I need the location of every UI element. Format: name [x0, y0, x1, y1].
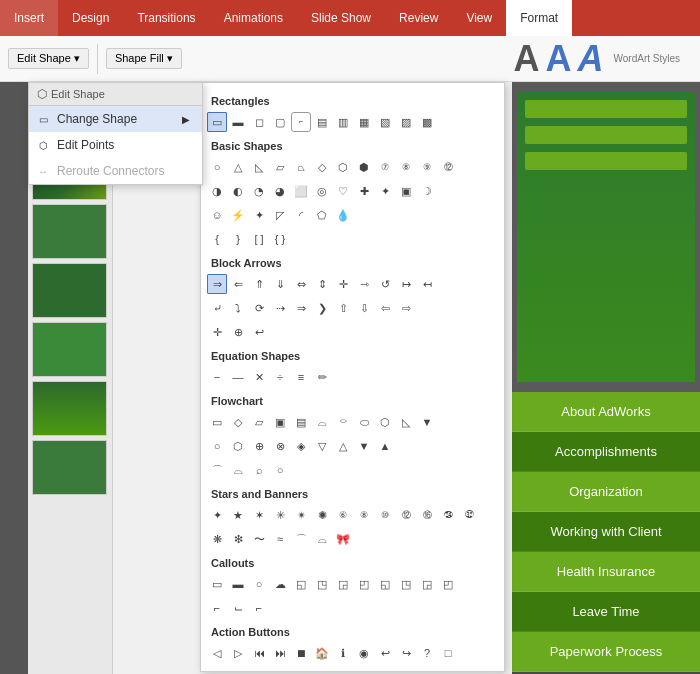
slide-thumb-3[interactable]: [32, 204, 107, 259]
tab-transitions[interactable]: Transitions: [123, 0, 209, 36]
action-beginning[interactable]: ⏮: [249, 643, 269, 663]
shape-s8[interactable]: ⑧: [354, 505, 374, 525]
shape-s16[interactable]: ⑯: [417, 505, 437, 525]
shape-line-callout-4[interactable]: ◰: [354, 574, 374, 594]
shape-sun[interactable]: ✦: [249, 205, 269, 225]
shape-flow-document[interactable]: ⌓: [312, 412, 332, 432]
shape-bookmark[interactable]: 🎀: [333, 529, 353, 549]
shape-flow-multi-doc[interactable]: ⌔: [333, 412, 353, 432]
shape-quad-arrow[interactable]: ✛: [207, 322, 227, 342]
shape-star4[interactable]: ✦: [375, 181, 395, 201]
shape-rect-2[interactable]: ▬: [228, 112, 248, 132]
shape-rect-10[interactable]: ▨: [396, 112, 416, 132]
shape-cross[interactable]: ✚: [354, 181, 374, 201]
shape-rect-8[interactable]: ▦: [354, 112, 374, 132]
shape-s32[interactable]: ㉜: [459, 505, 479, 525]
shape-star7pt[interactable]: ✳: [270, 505, 290, 525]
action-home[interactable]: ⏹: [291, 643, 311, 663]
shape-rect-7[interactable]: ▥: [333, 112, 353, 132]
shape-circle-12[interactable]: ⑫: [438, 157, 458, 177]
shape-line-callout-7[interactable]: ◲: [417, 574, 437, 594]
shape-arc[interactable]: ◕: [270, 181, 290, 201]
shape-arrow-callout-l[interactable]: ↤: [417, 274, 437, 294]
shape-multiply[interactable]: ✕: [249, 367, 269, 387]
shape-flow-collate[interactable]: △: [333, 436, 353, 456]
shape-line-callout-2[interactable]: ◳: [312, 574, 332, 594]
shape-arrow-lr[interactable]: ⇔: [291, 274, 311, 294]
shape-star4pt[interactable]: ✦: [207, 505, 227, 525]
shape-s12[interactable]: ⑫: [396, 505, 416, 525]
action-help[interactable]: ?: [417, 643, 437, 663]
action-end[interactable]: ⏭: [270, 643, 290, 663]
shape-arrow-callout-lr[interactable]: ⇦: [375, 298, 395, 318]
action-info[interactable]: 🏠: [312, 643, 332, 663]
shape-circle-7[interactable]: ⑦: [375, 157, 395, 177]
shape-s6[interactable]: ⑥: [333, 505, 353, 525]
nav-working-with-client[interactable]: Working with Client: [512, 512, 700, 552]
shape-ellipse[interactable]: ○: [207, 157, 227, 177]
shape-donut[interactable]: ◎: [312, 181, 332, 201]
shape-arrow-quad[interactable]: ✛: [333, 274, 353, 294]
shape-minus[interactable]: —: [228, 367, 248, 387]
shape-flow-offconn[interactable]: ⬡: [228, 436, 248, 456]
shape-rect-6[interactable]: ▤: [312, 112, 332, 132]
shape-u-turn[interactable]: ↺: [375, 274, 395, 294]
shape-flow-offpage[interactable]: ▼: [417, 412, 437, 432]
nav-about-adworks[interactable]: About AdWorks: [512, 392, 700, 432]
shape-arrow-callout-r[interactable]: ↦: [396, 274, 416, 294]
action-doc[interactable]: ↩: [375, 643, 395, 663]
shape-fill-button[interactable]: Shape Fill ▾: [106, 48, 182, 69]
shape-s10[interactable]: ⑩: [375, 505, 395, 525]
shape-circle-8[interactable]: ⑧: [396, 157, 416, 177]
shape-rect-4[interactable]: ▢: [270, 112, 290, 132]
shape-flow-merge[interactable]: ⌒: [207, 460, 227, 480]
shape-brace-left[interactable]: {: [207, 229, 227, 249]
shape-scroll-h[interactable]: ⌒: [291, 529, 311, 549]
tab-insert[interactable]: Insert: [0, 0, 58, 36]
nav-accomplishments[interactable]: Accomplishments: [512, 432, 700, 472]
shape-snip[interactable]: ◸: [270, 205, 290, 225]
tab-slideshow[interactable]: Slide Show: [297, 0, 385, 36]
shape-plaque[interactable]: ▣: [396, 181, 416, 201]
action-sound[interactable]: ↪: [396, 643, 416, 663]
shape-crescent[interactable]: ☽: [417, 181, 437, 201]
shape-round-corner[interactable]: ◜: [291, 205, 311, 225]
shape-flow-process[interactable]: ▭: [207, 412, 227, 432]
shape-quarter-circle[interactable]: ◔: [249, 181, 269, 201]
shape-cloud-callout[interactable]: ☁: [270, 574, 290, 594]
nav-leave-time[interactable]: Leave Time: [512, 592, 700, 632]
tab-review[interactable]: Review: [385, 0, 452, 36]
slide-thumb-5[interactable]: [32, 322, 107, 377]
shape-ribbon-down[interactable]: ❇: [228, 529, 248, 549]
shape-frame[interactable]: ⬜: [291, 181, 311, 201]
shape-star6pt[interactable]: ✶: [249, 505, 269, 525]
shape-diamond[interactable]: ◇: [312, 157, 332, 177]
shape-flow-connector[interactable]: ○: [207, 436, 227, 456]
shape-flow-or[interactable]: ▽: [312, 436, 332, 456]
shape-line-callout-1[interactable]: ◱: [291, 574, 311, 594]
shape-not-equal[interactable]: ✏: [312, 367, 332, 387]
nav-paperwork-process[interactable]: Paperwork Process: [512, 632, 700, 672]
action-forward[interactable]: ▷: [228, 643, 248, 663]
shape-flow-decision[interactable]: ◇: [228, 412, 248, 432]
shape-callout-extra-1[interactable]: ⌐: [207, 598, 227, 618]
shape-rect-3[interactable]: ◻: [249, 112, 269, 132]
shape-plus[interactable]: −: [207, 367, 227, 387]
shape-line-callout-8[interactable]: ◰: [438, 574, 458, 594]
shape-trapezoid[interactable]: ⏢: [291, 157, 311, 177]
shape-half-circle-1[interactable]: ◑: [207, 181, 227, 201]
shape-flow-delay[interactable]: ⌕: [249, 460, 269, 480]
shape-triangle[interactable]: △: [228, 157, 248, 177]
shape-lightning[interactable]: ⚡: [228, 205, 248, 225]
context-edit-points[interactable]: ⬡ Edit Points: [29, 132, 202, 158]
shape-flow-stored[interactable]: ⌓: [228, 460, 248, 480]
shape-flow-prep[interactable]: ⬡: [375, 412, 395, 432]
shape-striped-arrow[interactable]: ⤶: [207, 298, 227, 318]
shape-rect-11[interactable]: ▩: [417, 112, 437, 132]
shape-callout-extra-2[interactable]: ⌙: [228, 598, 248, 618]
shape-flow-data[interactable]: ▱: [249, 412, 269, 432]
shape-equal[interactable]: ≡: [291, 367, 311, 387]
shape-curved-arrow-r[interactable]: ⇢: [270, 298, 290, 318]
shape-circle-9[interactable]: ⑨: [417, 157, 437, 177]
shape-flow-card[interactable]: ⊕: [249, 436, 269, 456]
